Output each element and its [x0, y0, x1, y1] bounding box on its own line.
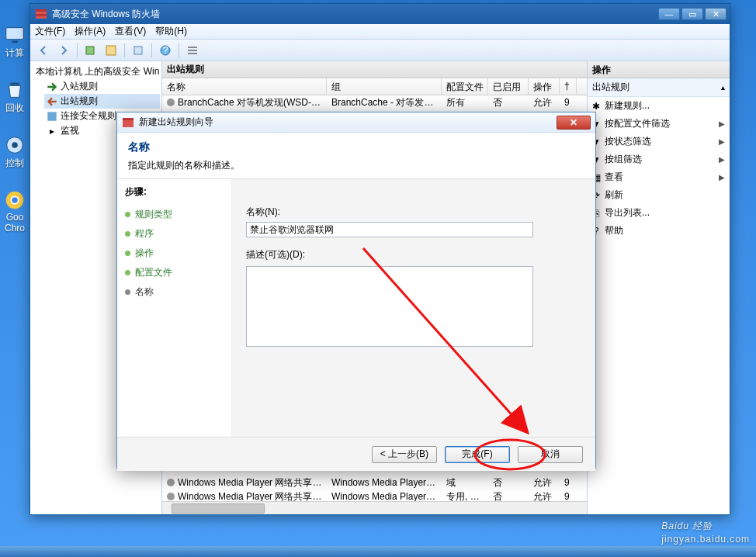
action-item[interactable]: ?帮助 [588, 222, 730, 240]
svg-rect-20 [47, 112, 56, 120]
back-button[interactable]: < 上一步(B) [372, 446, 437, 463]
wizard-form: 名称(N): 描述(可选)(D): [232, 179, 595, 437]
wizard-subheading: 指定此规则的名称和描述。 [128, 159, 584, 172]
wizard-title: 新建出站规则向导 [139, 116, 213, 129]
desc-label: 描述(可选)(D): [246, 248, 581, 261]
firewall-icon [122, 116, 134, 129]
watermark: Baidu 经验 jingyan.baidu.com [661, 514, 750, 545]
firewall-icon [35, 8, 47, 20]
security-icon [46, 111, 58, 122]
col-enabled[interactable]: 已启用 [488, 78, 529, 95]
desktop-icon-chrome[interactable]: Goo Chro [2, 189, 28, 234]
svg-point-4 [12, 142, 18, 148]
wizard-step[interactable]: 配置文件 [125, 263, 224, 282]
desktop-icon-recycle[interactable]: 回收 [2, 78, 28, 115]
menu-file[interactable]: 文件(F) [35, 25, 65, 38]
tree-root[interactable]: 本地计算机 上的高级安全 Win [32, 64, 160, 79]
action-item[interactable]: ✱新建规则... [588, 97, 730, 115]
svg-rect-1 [12, 41, 18, 43]
list-header: 出站规则 [162, 61, 587, 78]
wizard-step[interactable]: 规则类型 [125, 205, 224, 224]
action-item[interactable]: ▦查看▶ [588, 168, 730, 186]
svg-text:?: ? [163, 45, 168, 56]
wizard-steps: 步骤: 规则类型程序操作配置文件名称 [117, 179, 232, 437]
svg-rect-13 [134, 47, 142, 54]
desktop-icons: 计算 回收 控制 Goo Chro [2, 23, 28, 234]
action-item[interactable]: ⟳刷新 [588, 186, 730, 204]
menubar: 文件(F) 操作(A) 查看(V) 帮助(H) [30, 24, 730, 40]
column-headers[interactable]: 名称 组 配置文件 已启用 操作 † [162, 78, 587, 95]
wizard-close-button[interactable]: ✕ [557, 116, 591, 130]
toolbar: ? [30, 40, 730, 61]
desktop-icon-control[interactable]: 控制 [2, 133, 28, 170]
chevron-right-icon: ▶ [719, 119, 725, 128]
taskbar[interactable] [0, 546, 756, 557]
svg-rect-18 [188, 53, 197, 54]
wizard-step[interactable]: 操作 [125, 244, 224, 263]
steps-label: 步骤: [125, 185, 224, 199]
window-title: 高级安全 Windows 防火墙 [52, 8, 658, 21]
svg-rect-10 [36, 14, 47, 16]
svg-rect-12 [106, 46, 116, 55]
action-item[interactable]: ▼按配置文件筛选▶ [588, 115, 730, 133]
tree-inbound[interactable]: 入站规则 [44, 79, 160, 94]
finish-button[interactable]: 完成(F) [445, 446, 510, 463]
toolbar-forward[interactable] [55, 42, 72, 59]
table-row[interactable]: Windows Media Player 网络共享服务(... Windows … [162, 476, 587, 490]
tree-root-label: 本地计算机 上的高级安全 Win [36, 65, 159, 78]
inbound-icon [46, 81, 58, 92]
col-name[interactable]: 名称 [162, 78, 327, 95]
action-item[interactable]: ▼按状态筛选▶ [588, 133, 730, 150]
col-group[interactable]: 组 [327, 78, 442, 95]
svg-rect-2 [10, 83, 19, 85]
table-row[interactable]: Windows Media Player 网络共享服务(... Windows … [162, 490, 587, 501]
tree-outbound[interactable]: 出站规则 [44, 94, 160, 109]
new-icon: ✱ [591, 101, 602, 112]
col-extra[interactable]: † [560, 78, 577, 95]
col-action[interactable]: 操作 [529, 78, 560, 95]
toolbar-back[interactable] [35, 42, 52, 59]
svg-point-7 [12, 197, 18, 203]
status-dot-icon [167, 479, 175, 486]
desktop-icon-computer[interactable]: 计算 [2, 23, 28, 60]
list-hscroll[interactable] [162, 501, 587, 514]
maximize-button[interactable]: ▭ [681, 8, 703, 20]
name-label: 名称(N): [246, 206, 581, 219]
cancel-button[interactable]: 取消 [518, 446, 583, 463]
chevron-right-icon: ▶ [719, 173, 725, 182]
toolbar-action2[interactable] [102, 42, 120, 59]
toolbar-list[interactable] [184, 42, 201, 59]
actions-group[interactable]: 出站规则▴ [588, 78, 730, 97]
rule-desc-input[interactable] [246, 266, 533, 347]
col-profile[interactable]: 配置文件 [442, 78, 488, 95]
minimize-button[interactable]: — [658, 8, 680, 20]
table-row[interactable]: BranchCache 对等机发现(WSD-Out) BranchCache -… [162, 95, 587, 109]
svg-rect-11 [86, 47, 94, 54]
svg-rect-16 [188, 47, 197, 48]
wizard-header: 名称 指定此规则的名称和描述。 [117, 133, 595, 179]
actions-header: 操作 [588, 61, 730, 78]
close-button[interactable]: ✕ [705, 8, 727, 20]
collapse-icon[interactable]: ▴ [721, 83, 725, 92]
wizard-titlebar[interactable]: 新建出站规则向导 ✕ [117, 112, 595, 133]
wizard-step[interactable]: 名称 [125, 282, 224, 302]
titlebar[interactable]: 高级安全 Windows 防火墙 — ▭ ✕ [30, 4, 730, 24]
menu-action[interactable]: 操作(A) [75, 25, 106, 38]
svg-rect-17 [188, 50, 197, 51]
toolbar-help[interactable]: ? [157, 42, 174, 59]
svg-rect-22 [123, 118, 134, 120]
menu-view[interactable]: 查看(V) [115, 25, 146, 38]
wizard-step[interactable]: 程序 [125, 224, 224, 244]
actions-pane: 操作 出站规则▴ ✱新建规则...▼按配置文件筛选▶▼按状态筛选▶▼按组筛选▶▦… [587, 61, 730, 514]
wizard-heading: 名称 [128, 140, 584, 154]
action-item[interactable]: ▼按组筛选▶ [588, 150, 730, 168]
wizard-footer: < 上一步(B) 完成(F) 取消 [117, 437, 595, 471]
rule-name-input[interactable] [246, 222, 533, 237]
status-dot-icon [167, 493, 175, 500]
chevron-right-icon: ▶ [719, 137, 725, 146]
toolbar-action1[interactable] [82, 42, 99, 59]
action-item[interactable]: ⎘导出列表... [588, 204, 730, 222]
new-rule-wizard: 新建出站规则向导 ✕ 名称 指定此规则的名称和描述。 步骤: 规则类型程序操作配… [116, 112, 596, 469]
menu-help[interactable]: 帮助(H) [155, 25, 187, 38]
toolbar-export[interactable] [130, 42, 147, 59]
